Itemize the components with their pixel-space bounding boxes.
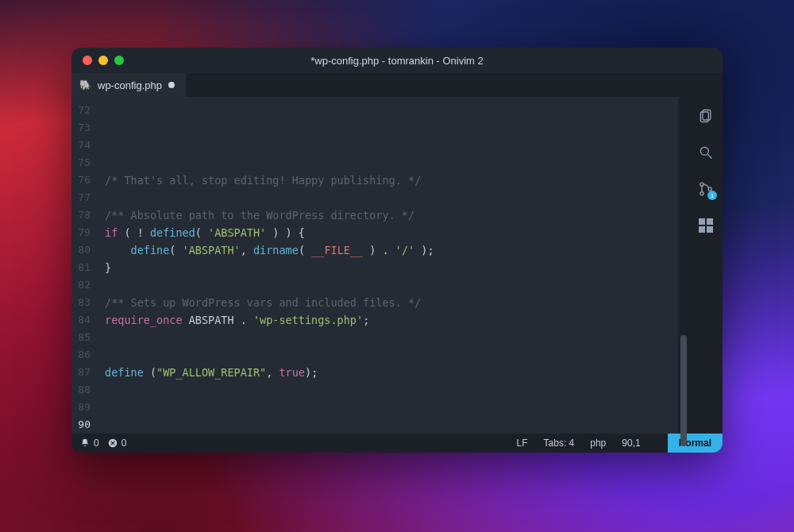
scrollbar-thumb[interactable] — [680, 335, 687, 446]
php-file-icon: 🐘 — [79, 79, 91, 91]
svg-point-2 — [700, 147, 708, 155]
vertical-scrollbar[interactable] — [678, 97, 689, 434]
tab-bar: 🐘 wp-config.php — [71, 73, 723, 97]
scm-badge: 1 — [707, 191, 717, 200]
dirty-indicator-icon — [168, 82, 175, 88]
tab-label: wp-config.php — [98, 79, 162, 91]
status-lang[interactable]: php — [590, 438, 606, 449]
close-window-button[interactable] — [83, 56, 92, 65]
bell-icon — [79, 438, 91, 449]
extensions-icon[interactable] — [698, 218, 714, 233]
svg-point-4 — [700, 183, 703, 186]
search-icon[interactable] — [698, 145, 714, 160]
activity-bar: 1 — [689, 97, 723, 434]
zoom-window-button[interactable] — [114, 56, 124, 65]
window-controls — [83, 56, 124, 65]
status-bar: 0 0 LF Tabs: 4 php 90,1 Normal — [71, 434, 723, 453]
svg-line-3 — [708, 155, 712, 159]
files-icon[interactable] — [698, 108, 714, 124]
vim-mode-indicator: Normal — [668, 434, 723, 453]
minimize-window-button[interactable] — [98, 56, 108, 65]
svg-point-5 — [700, 192, 703, 195]
code-area[interactable]: /* That's all, stop editing! Happy publi… — [95, 97, 678, 434]
errors-button[interactable]: 0 — [107, 438, 127, 449]
notifications-button[interactable]: 0 — [79, 438, 99, 449]
line-number-gutter: 72737475767778798081828384858687888990 — [71, 97, 95, 434]
editor-window: *wp-config.php - tomrankin - Onivim 2 🐘 … — [71, 48, 723, 453]
window-title: *wp-config.php - tomrankin - Onivim 2 — [71, 55, 723, 67]
tab-wp-config[interactable]: 🐘 wp-config.php — [71, 73, 186, 97]
editor-pane[interactable]: 72737475767778798081828384858687888990 /… — [71, 97, 689, 434]
status-pos[interactable]: 90,1 — [622, 438, 640, 449]
editor-content: 72737475767778798081828384858687888990 /… — [71, 97, 723, 434]
status-indent[interactable]: Tabs: 4 — [544, 438, 575, 449]
source-control-icon[interactable]: 1 — [698, 181, 714, 197]
status-eol[interactable]: LF — [517, 438, 528, 449]
error-icon — [107, 438, 118, 449]
title-bar[interactable]: *wp-config.php - tomrankin - Onivim 2 — [71, 48, 723, 73]
